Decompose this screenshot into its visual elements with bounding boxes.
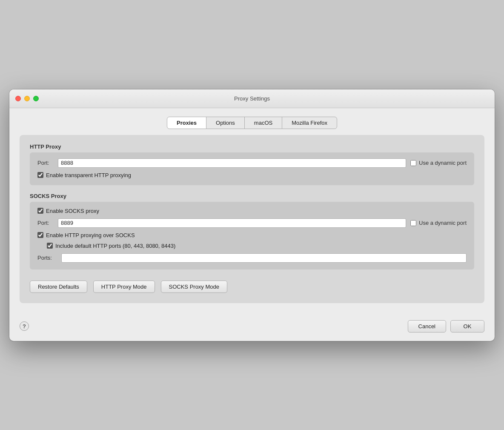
close-button[interactable] bbox=[15, 96, 21, 101]
socks-ports-row: Ports: bbox=[37, 253, 467, 263]
help-button[interactable]: ? bbox=[20, 321, 29, 331]
socks-port-label: Port: bbox=[37, 220, 54, 226]
http-over-socks-label: Enable HTTP proxying over SOCKS bbox=[46, 232, 135, 238]
maximize-button[interactable] bbox=[33, 96, 39, 101]
window: Proxy Settings Proxies Options macOS Moz… bbox=[9, 89, 495, 341]
titlebar-buttons bbox=[15, 96, 39, 101]
http-proxy-label: HTTP Proxy bbox=[30, 143, 474, 150]
minimize-button[interactable] bbox=[24, 96, 30, 101]
socks-ports-label: Ports: bbox=[37, 255, 57, 261]
dialog-buttons: Cancel OK bbox=[408, 320, 484, 333]
socks-proxy-mode-button[interactable]: SOCKS Proxy Mode bbox=[161, 281, 228, 293]
restore-defaults-button[interactable]: Restore Defaults bbox=[30, 281, 87, 293]
http-dynamic-port-row: Use a dynamic port bbox=[410, 160, 467, 166]
http-over-socks-checkbox[interactable] bbox=[37, 232, 43, 238]
ok-button[interactable]: OK bbox=[450, 320, 484, 333]
tab-options[interactable]: Options bbox=[206, 117, 245, 129]
include-default-ports-label: Include default HTTP ports (80, 443, 808… bbox=[55, 243, 175, 249]
socks-port-row: Port: Use a dynamic port bbox=[37, 218, 467, 228]
socks-dynamic-port-row: Use a dynamic port bbox=[410, 220, 467, 226]
action-buttons: Restore Defaults HTTP Proxy Mode SOCKS P… bbox=[30, 281, 474, 293]
http-proxy-mode-button[interactable]: HTTP Proxy Mode bbox=[93, 281, 155, 293]
tab-bar: Proxies Options macOS Mozilla Firefox bbox=[20, 117, 484, 129]
http-dynamic-port-label: Use a dynamic port bbox=[419, 160, 467, 166]
bottom-bar: ? Cancel OK bbox=[9, 313, 495, 341]
http-transparent-label: Enable transparent HTTP proxying bbox=[46, 172, 131, 178]
socks-proxy-label: SOCKS Proxy bbox=[30, 193, 474, 199]
socks-ports-input[interactable] bbox=[61, 253, 467, 263]
tab-proxies[interactable]: Proxies bbox=[167, 117, 206, 129]
socks-proxy-section: SOCKS Proxy Enable SOCKS proxy Port: Use… bbox=[30, 193, 474, 269]
socks-enable-checkbox[interactable] bbox=[37, 208, 43, 214]
http-port-input[interactable] bbox=[58, 158, 406, 168]
socks-dynamic-port-checkbox[interactable] bbox=[410, 220, 416, 226]
http-proxy-section: HTTP Proxy Port: Use a dynamic port bbox=[30, 143, 474, 185]
http-over-socks-row: Enable HTTP proxying over SOCKS bbox=[37, 232, 467, 238]
socks-enable-label: Enable SOCKS proxy bbox=[46, 208, 99, 214]
include-default-ports-row: Include default HTTP ports (80, 443, 808… bbox=[37, 243, 467, 249]
tab-macos[interactable]: macOS bbox=[244, 117, 282, 129]
http-transparent-checkbox[interactable] bbox=[37, 172, 43, 178]
content-area: Proxies Options macOS Mozilla Firefox HT… bbox=[9, 108, 495, 313]
tab-mozilla-firefox[interactable]: Mozilla Firefox bbox=[282, 117, 337, 129]
window-title: Proxy Settings bbox=[234, 95, 270, 102]
http-port-label: Port: bbox=[37, 160, 54, 166]
panel: HTTP Proxy Port: Use a dynamic port bbox=[20, 135, 484, 303]
http-proxy-box: Port: Use a dynamic port Enable transpar… bbox=[30, 152, 474, 185]
cancel-button[interactable]: Cancel bbox=[408, 320, 446, 333]
include-default-ports-checkbox[interactable] bbox=[47, 243, 53, 249]
http-port-row: Port: Use a dynamic port bbox=[37, 158, 467, 168]
http-dynamic-port-checkbox[interactable] bbox=[410, 160, 416, 166]
socks-enable-row: Enable SOCKS proxy bbox=[37, 208, 467, 214]
http-transparent-row: Enable transparent HTTP proxying bbox=[37, 172, 467, 178]
socks-proxy-box: Enable SOCKS proxy Port: Use a dynamic p… bbox=[30, 202, 474, 269]
titlebar: Proxy Settings bbox=[9, 89, 495, 108]
socks-port-input[interactable] bbox=[58, 218, 406, 228]
socks-dynamic-port-label: Use a dynamic port bbox=[419, 220, 467, 226]
